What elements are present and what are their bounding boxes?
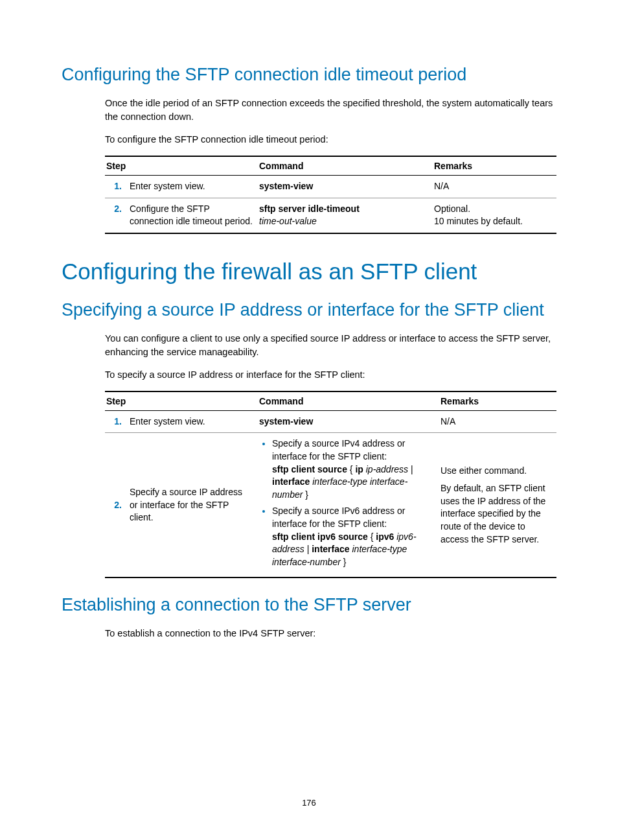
th-command: Command <box>258 156 433 176</box>
step-number: 2. <box>105 433 128 578</box>
step-desc: Configure the SFTP connection idle timeo… <box>128 198 258 233</box>
page-number: 176 <box>0 798 618 808</box>
cmd-part: | <box>304 544 312 554</box>
cmd-part: interface <box>312 544 349 554</box>
th-remarks: Remarks <box>433 156 556 176</box>
step-command: Specify a source IPv4 address or interfa… <box>258 433 439 578</box>
th-remarks: Remarks <box>439 391 556 411</box>
cmd-part: } <box>341 557 347 567</box>
para-s1-2: To configure the SFTP connection idle ti… <box>105 133 556 146</box>
step-desc: Specify a source IP address or interface… <box>128 433 258 578</box>
cmd-part: sftp client ipv6 source <box>272 531 368 542</box>
para-s3-1: You can configure a client to use only a… <box>105 332 556 359</box>
step-number: 2. <box>105 198 128 233</box>
step-remarks: Use either command. By default, an SFTP … <box>439 433 556 578</box>
heading-establish-connection: Establishing a connection to the SFTP se… <box>62 595 556 615</box>
cmd-intro: Specify a source IPv4 address or interfa… <box>272 438 405 461</box>
step-command: system-view <box>258 410 439 433</box>
step-desc: Enter system view. <box>128 176 258 198</box>
th-step: Step <box>105 156 258 176</box>
remark-line: 10 minutes by default. <box>434 216 523 226</box>
table-source-ip: Step Command Remarks 1. Enter system vie… <box>105 391 556 579</box>
remark-line: Optional. <box>434 204 470 214</box>
cmd-part: { <box>347 464 355 474</box>
heading-specify-source: Specifying a source IP address or interf… <box>62 300 556 320</box>
cmd-intro: Specify a source IPv6 address or interfa… <box>272 506 405 529</box>
para-s3-2: To specify a source IP address or interf… <box>105 368 556 382</box>
table-row: 2. Specify a source IP address or interf… <box>105 433 556 578</box>
cmd-bullet-ipv4: Specify a source IPv4 address or interfa… <box>272 438 434 501</box>
step-number: 1. <box>105 176 128 198</box>
step-desc: Enter system view. <box>128 410 258 433</box>
cmd-part: ipv6 <box>376 531 394 542</box>
para-s1-1: Once the idle period of an SFTP connecti… <box>105 97 556 124</box>
th-step: Step <box>105 391 258 411</box>
cmd-part: sftp client source <box>272 464 347 474</box>
cmd-part: | <box>408 464 413 474</box>
table-sftp-timeout: Step Command Remarks 1. Enter system vie… <box>105 156 556 234</box>
step-number: 1. <box>105 410 128 433</box>
step-remarks: N/A <box>433 176 556 198</box>
remark-line: By default, an SFTP client uses the IP a… <box>441 482 551 546</box>
table-row: 1. Enter system view. system-view N/A <box>105 176 556 198</box>
cmd-ital: time-out-value <box>259 216 317 226</box>
cmd-bold: sftp server idle-timeout <box>259 204 360 214</box>
cmd-part: ip-address <box>363 464 408 474</box>
heading-firewall-sftp-client: Configuring the firewall as an SFTP clie… <box>62 259 556 285</box>
remark-line: Use either command. <box>441 465 551 478</box>
th-command: Command <box>258 391 439 411</box>
cmd-bullet-ipv6: Specify a source IPv6 address or interfa… <box>272 505 434 568</box>
step-command: sftp server idle-timeout time-out-value <box>258 198 433 233</box>
cmd-part: { <box>368 531 376 542</box>
step-remarks: Optional. 10 minutes by default. <box>433 198 556 233</box>
step-command: system-view <box>258 176 433 198</box>
step-remarks: N/A <box>439 410 556 433</box>
table-row: 1. Enter system view. system-view N/A <box>105 410 556 433</box>
table-row: 2. Configure the SFTP connection idle ti… <box>105 198 556 233</box>
heading-sftp-timeout: Configuring the SFTP connection idle tim… <box>62 65 556 85</box>
cmd-part: ip <box>355 464 363 474</box>
para-s4-1: To establish a connection to the IPv4 SF… <box>105 627 556 640</box>
cmd-part: } <box>303 489 308 500</box>
cmd-part: interface <box>272 476 310 487</box>
